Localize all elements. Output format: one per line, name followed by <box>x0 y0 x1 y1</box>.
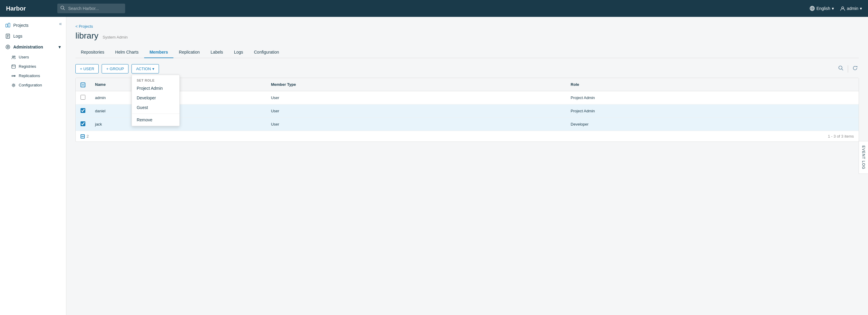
svg-point-16 <box>12 56 14 57</box>
column-role: Role <box>566 78 859 91</box>
dropdown-item-remove[interactable]: Remove <box>132 115 180 125</box>
chevron-down-icon: ▾ <box>59 44 61 49</box>
svg-point-20 <box>12 65 13 66</box>
table: Name Member Type Role admin User Project… <box>76 78 859 131</box>
tab-members[interactable]: Members <box>144 47 174 58</box>
selected-count: 2 <box>87 134 89 139</box>
dropdown-divider <box>132 113 180 114</box>
member-type: User <box>266 118 566 131</box>
tab-configuration[interactable]: Configuration <box>249 47 284 58</box>
tab-repositories[interactable]: Repositories <box>75 47 110 58</box>
registries-icon <box>11 64 16 69</box>
main-content: < Projects library System Admin Reposito… <box>66 17 868 315</box>
language-label: English <box>816 6 830 11</box>
member-type: User <box>266 91 566 105</box>
configuration-icon <box>11 83 16 88</box>
top-navigation: Harbor English ▾ adm <box>0 0 868 17</box>
sidebar: « Projects Logs Administration ▾ <box>0 17 66 315</box>
user-icon <box>840 6 845 11</box>
dropdown-item-developer[interactable]: Developer <box>132 93 180 103</box>
sidebar-sub-item-label: Users <box>19 55 29 59</box>
chevron-down-icon: ▾ <box>152 67 154 71</box>
tab-helm-charts[interactable]: Helm Charts <box>110 47 144 58</box>
row-checkbox-cell[interactable] <box>76 118 90 131</box>
row-checkbox-cell[interactable] <box>76 105 90 118</box>
member-role: Project Admin <box>566 105 859 118</box>
action-button[interactable]: ACTION ▾ <box>131 64 159 73</box>
toolbar-right <box>837 64 859 73</box>
svg-rect-8 <box>6 24 7 27</box>
dropdown-item-project-admin[interactable]: Project Admin <box>132 83 180 93</box>
project-title-row: library System Admin <box>75 31 859 41</box>
sidebar-item-projects[interactable]: Projects <box>0 20 66 31</box>
chevron-down-icon: ▾ <box>860 6 862 11</box>
action-dropdown-menu: SET ROLE Project Admin Developer Guest R… <box>131 75 180 126</box>
row-checkbox[interactable] <box>81 95 85 100</box>
dropdown-item-guest[interactable]: Guest <box>132 103 180 112</box>
search-icon <box>60 6 65 11</box>
sidebar-sub-item-label: Replications <box>19 73 40 78</box>
table-body: admin User Project Admin daniel User Pro… <box>76 91 859 131</box>
table-row: admin User Project Admin <box>76 91 859 105</box>
tab-replication[interactable]: Replication <box>174 47 205 58</box>
svg-line-1 <box>64 9 65 10</box>
select-all-checkbox[interactable] <box>81 82 85 88</box>
sidebar-item-users[interactable]: Users <box>0 53 66 62</box>
table-row: daniel User Project Admin <box>76 105 859 118</box>
action-label: ACTION <box>136 67 151 71</box>
user-label: admin <box>847 6 858 11</box>
select-all-header <box>76 78 90 91</box>
svg-point-21 <box>12 75 13 76</box>
table-header: Name Member Type Role <box>76 78 859 91</box>
language-selector[interactable]: English ▾ <box>809 6 834 11</box>
sidebar-item-replications[interactable]: Replications <box>0 71 66 80</box>
user-menu[interactable]: admin ▾ <box>840 6 862 11</box>
app-logo: Harbor <box>6 5 51 12</box>
project-title: library <box>75 31 98 41</box>
add-group-button[interactable]: + GROUP <box>102 64 128 73</box>
pagination-text: 1 - 3 of 3 items <box>828 134 854 139</box>
toolbar-divider <box>848 65 848 73</box>
replications-icon <box>11 74 16 78</box>
table-footer: 2 1 - 3 of 3 items <box>76 131 859 142</box>
project-badge: System Admin <box>102 35 128 39</box>
row-checkbox[interactable] <box>81 121 85 126</box>
member-role: Project Admin <box>566 91 859 105</box>
sidebar-item-configuration[interactable]: Configuration <box>0 80 66 90</box>
svg-line-25 <box>842 69 843 70</box>
table-row: jack User Developer <box>76 118 859 131</box>
sidebar-item-label: Logs <box>13 34 22 39</box>
add-user-button[interactable]: + USER <box>75 64 99 73</box>
sidebar-sub-item-label: Configuration <box>19 83 42 88</box>
administration-icon <box>5 44 10 49</box>
event-log-tab[interactable]: EVENT LOG <box>859 141 868 174</box>
projects-icon <box>5 23 10 28</box>
footer-partial-checkbox[interactable] <box>81 134 85 139</box>
sidebar-collapse-button[interactable]: « <box>59 21 62 27</box>
tab-labels[interactable]: Labels <box>205 47 228 58</box>
action-dropdown-wrapper: ACTION ▾ SET ROLE Project Admin Develope… <box>131 64 159 73</box>
svg-rect-9 <box>8 23 10 27</box>
search-icon <box>838 65 843 71</box>
svg-point-23 <box>13 84 14 86</box>
row-checkbox[interactable] <box>81 108 85 113</box>
topnav-right: English ▾ admin ▾ <box>809 6 862 11</box>
svg-point-17 <box>14 56 16 57</box>
chevron-down-icon: ▾ <box>832 6 834 11</box>
search-button[interactable] <box>837 64 845 73</box>
sidebar-item-registries[interactable]: Registries <box>0 62 66 71</box>
app-layout: « Projects Logs Administration ▾ <box>0 17 868 315</box>
refresh-button[interactable] <box>851 64 859 73</box>
search-input[interactable] <box>57 4 125 13</box>
logs-icon <box>5 34 10 39</box>
search-wrapper <box>57 4 208 13</box>
tab-logs[interactable]: Logs <box>228 47 249 58</box>
breadcrumb[interactable]: < Projects <box>75 24 859 29</box>
tab-bar: Repositories Helm Charts Members Replica… <box>75 47 859 58</box>
row-checkbox-cell[interactable] <box>76 91 90 105</box>
sidebar-item-logs[interactable]: Logs <box>0 31 66 41</box>
refresh-icon <box>852 65 858 71</box>
sidebar-section-administration[interactable]: Administration ▾ <box>0 41 66 53</box>
users-icon <box>11 55 16 59</box>
members-table: Name Member Type Role admin User Project… <box>75 78 859 142</box>
